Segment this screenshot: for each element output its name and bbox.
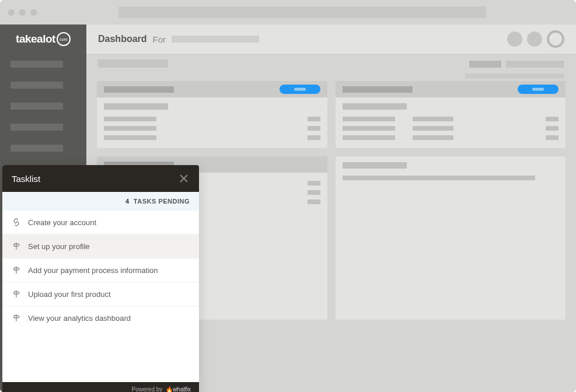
sidebar-item[interactable] bbox=[0, 117, 86, 138]
sidebar-item[interactable] bbox=[0, 138, 86, 159]
placeholder-bar bbox=[343, 86, 413, 93]
tasklist-footer: Powered by 🔥whatfix bbox=[2, 382, 199, 392]
task-item[interactable]: View your analytics dashboard bbox=[2, 306, 199, 330]
placeholder-bar bbox=[11, 61, 63, 68]
placeholder-bar bbox=[343, 117, 395, 121]
task-label: Add your payment process information bbox=[28, 266, 158, 275]
task-item[interactable]: Add your payment process information bbox=[2, 258, 199, 282]
sidebar-item[interactable] bbox=[0, 54, 86, 75]
placeholder-bar bbox=[308, 200, 320, 204]
current-avatar[interactable] bbox=[547, 30, 564, 48]
card bbox=[336, 156, 566, 320]
placeholder-bar bbox=[343, 176, 535, 180]
placeholder-bar bbox=[413, 117, 453, 121]
logo-suffix: com bbox=[57, 32, 71, 46]
link-icon bbox=[12, 218, 21, 227]
logo-text: takealot bbox=[16, 33, 55, 46]
card-header bbox=[97, 81, 327, 97]
logo: takealotcom bbox=[0, 24, 86, 54]
task-label: Set up your profile bbox=[28, 242, 90, 251]
card bbox=[97, 81, 327, 148]
tasklist-items: Create your accountSet up your profileAd… bbox=[2, 211, 199, 330]
window-dot[interactable] bbox=[19, 9, 26, 16]
action-pill[interactable] bbox=[518, 85, 558, 94]
cards-row bbox=[86, 81, 576, 148]
placeholder-bar bbox=[172, 36, 259, 43]
placeholder-bar bbox=[546, 126, 558, 131]
signpost-icon bbox=[12, 289, 21, 299]
sidebar-item[interactable] bbox=[0, 75, 86, 96]
task-item[interactable]: Create your account bbox=[2, 211, 199, 235]
signpost-icon bbox=[12, 265, 21, 275]
footer-prefix: Powered by bbox=[132, 386, 163, 392]
placeholder-bar bbox=[469, 61, 501, 68]
footer-brand: whatfix bbox=[173, 386, 191, 392]
page-subtitle: For bbox=[153, 34, 166, 44]
flame-icon: 🔥 bbox=[164, 386, 173, 392]
window-dot[interactable] bbox=[8, 9, 15, 16]
page-title: Dashboard bbox=[98, 34, 147, 44]
subheader bbox=[86, 54, 576, 81]
window-dot[interactable] bbox=[30, 9, 37, 16]
placeholder-bar bbox=[11, 145, 63, 152]
page-header: Dashboard For bbox=[86, 24, 576, 54]
pending-label: TASKS PENDING bbox=[134, 198, 190, 205]
signpost-icon bbox=[12, 242, 21, 251]
placeholder-bar bbox=[546, 135, 558, 140]
placeholder-bar bbox=[413, 126, 453, 131]
placeholder-bar bbox=[104, 86, 174, 93]
placeholder-bar bbox=[308, 190, 320, 195]
placeholder-bar bbox=[465, 74, 564, 78]
action-pill[interactable] bbox=[280, 85, 320, 94]
url-bar[interactable] bbox=[118, 6, 486, 18]
card bbox=[336, 81, 566, 148]
placeholder-bar bbox=[343, 162, 407, 169]
tasklist-status: 4 TASKS PENDING bbox=[2, 192, 199, 211]
placeholder-bar bbox=[343, 135, 395, 140]
tasklist-header: Tasklist bbox=[2, 165, 199, 192]
placeholder-bar bbox=[11, 103, 63, 110]
tasklist-title: Tasklist bbox=[12, 174, 40, 184]
placeholder-bar bbox=[98, 60, 168, 68]
placeholder-bar bbox=[11, 124, 63, 131]
signpost-icon bbox=[12, 313, 21, 323]
placeholder-bar bbox=[11, 82, 63, 89]
window-frame bbox=[0, 0, 576, 24]
task-item[interactable]: Set up your profile bbox=[2, 235, 199, 258]
sidebar-item[interactable] bbox=[0, 96, 86, 117]
close-icon[interactable] bbox=[178, 173, 190, 184]
task-item[interactable]: Upload your first product bbox=[2, 282, 199, 306]
placeholder-bar bbox=[308, 126, 320, 131]
tasklist-spacer bbox=[2, 330, 199, 382]
pending-count: 4 bbox=[125, 198, 130, 205]
placeholder-bar bbox=[506, 61, 564, 68]
task-label: Create your account bbox=[28, 218, 96, 227]
task-label: View your analytics dashboard bbox=[28, 314, 131, 323]
placeholder-bar bbox=[104, 135, 156, 140]
placeholder-bar bbox=[308, 181, 320, 186]
placeholder-bar bbox=[546, 117, 558, 121]
card-header bbox=[336, 81, 566, 97]
placeholder-bar bbox=[104, 117, 156, 121]
placeholder-bar bbox=[104, 103, 168, 110]
avatar[interactable] bbox=[527, 32, 542, 47]
avatar[interactable] bbox=[507, 32, 522, 47]
placeholder-bar bbox=[308, 117, 320, 121]
tasklist-modal: Tasklist 4 TASKS PENDING Create your acc… bbox=[2, 165, 199, 392]
window-controls bbox=[8, 9, 37, 16]
placeholder-bar bbox=[343, 103, 407, 110]
task-label: Upload your first product bbox=[28, 290, 111, 299]
placeholder-bar bbox=[104, 126, 156, 131]
placeholder-bar bbox=[343, 126, 395, 131]
placeholder-bar bbox=[308, 135, 320, 140]
placeholder-bar bbox=[413, 135, 453, 140]
header-right bbox=[507, 30, 564, 48]
